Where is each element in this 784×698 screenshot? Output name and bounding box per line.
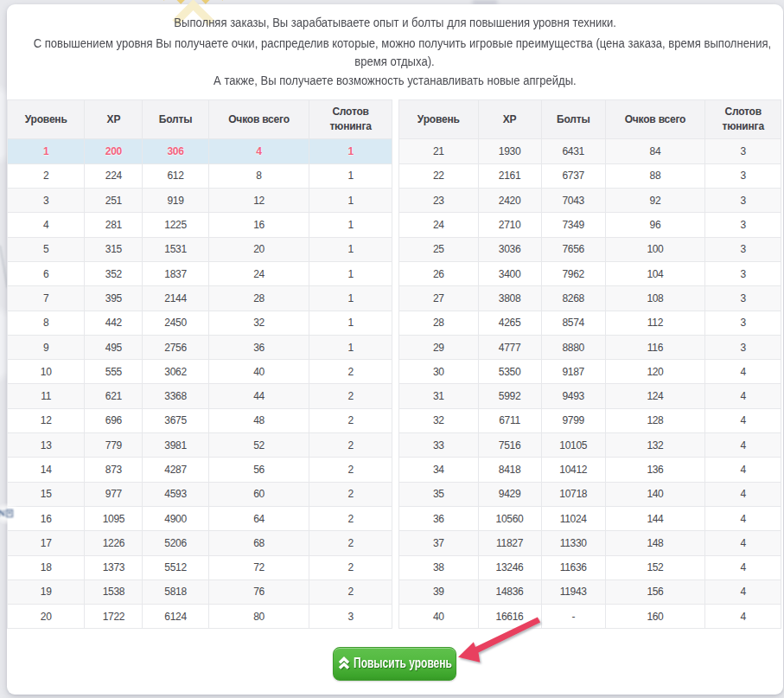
table-cell: 80 (208, 605, 309, 629)
table-cell: 779 (85, 433, 143, 458)
table-cell: 156 (605, 580, 704, 604)
table-cell: 306 (143, 139, 208, 163)
table-cell: 13 (8, 433, 85, 458)
table-cell: 25 (399, 237, 479, 261)
levels-table-21-40: УровеньXPБолтыОчков всегоСлотов тюнинга … (398, 99, 781, 629)
table-cell: 112 (605, 311, 704, 335)
table-cell: 11330 (541, 531, 605, 555)
table-cell: 3400 (478, 261, 541, 285)
table-row: 2221616737883 (399, 163, 781, 188)
table-header-row: УровеньXPБолтыОчков всегоСлотов тюнинга (399, 100, 781, 139)
table-cell: 5206 (143, 531, 208, 555)
table-row: 28426585741123 (399, 311, 781, 335)
table-cell: 1 (8, 139, 85, 163)
table-cell: 2450 (143, 311, 208, 335)
table-row: 3914836119431564 (399, 580, 781, 604)
table-cell: 4287 (143, 458, 208, 482)
table-cell: 136 (605, 458, 704, 482)
table-cell: 10 (8, 360, 85, 384)
broken-image-badge: N ✕ (0, 508, 14, 520)
table-cell: 4 (8, 213, 85, 237)
intro-line: А также, Вы получаете возможность устана… (7, 72, 783, 90)
table-cell: 4777 (478, 335, 541, 359)
table-header-row: УровеньXPБолтыОчков всегоСлотов тюнинга (8, 100, 392, 139)
table-cell: 52 (208, 433, 309, 458)
table-cell: 160 (605, 605, 704, 629)
table-cell: 4 (704, 458, 781, 482)
table-row: 63521837241 (8, 261, 392, 285)
table-cell: 124 (605, 384, 704, 408)
table-cell: 140 (605, 482, 704, 506)
table-row: 94952756361 (8, 335, 392, 359)
broken-image-icon: ✕ (6, 509, 13, 517)
table-cell: 17 (8, 531, 85, 555)
table-cell: 8268 (541, 286, 605, 311)
table-row: 3251919121 (8, 189, 392, 213)
column-header: Болты (541, 100, 605, 139)
table-cell: 120 (605, 360, 704, 384)
table-cell: 11024 (541, 506, 605, 530)
table-cell: 4 (208, 139, 309, 163)
table-cell: 12 (8, 408, 85, 432)
table-cell: 48 (208, 408, 309, 432)
table-cell: 20 (208, 237, 309, 261)
table-cell: 4 (704, 433, 781, 458)
table-cell: 8418 (478, 458, 541, 482)
intro-line: С повышением уровня Вы получаете очки, р… (7, 35, 783, 53)
table-row: 116213368442 (8, 384, 392, 408)
table-row: 27380882681083 (399, 286, 781, 311)
table-cell: 14 (8, 458, 85, 482)
table-row: 42811225161 (8, 213, 392, 237)
table-cell: 2 (8, 163, 85, 188)
table-cell: 6737 (541, 163, 605, 188)
badge-letter: N (0, 508, 5, 518)
table-cell: 1930 (478, 139, 541, 163)
table-cell: 23 (399, 189, 479, 213)
table-cell: 977 (85, 482, 143, 506)
table-cell: 1 (309, 213, 392, 237)
table-cell: 92 (605, 189, 704, 213)
table-cell: 19 (8, 580, 85, 604)
table-row: 105553062402 (8, 360, 392, 384)
levels-table-1-20: УровеньXPБолтыОчков всегоСлотов тюнинга … (7, 99, 392, 629)
table-cell: 16616 (478, 605, 541, 629)
level-up-button[interactable]: Повысить уровень (333, 647, 457, 682)
table-cell: 3 (704, 286, 781, 311)
table-cell: 4 (704, 408, 781, 432)
table-row: 73952144281 (8, 286, 392, 311)
table-cell: 36 (208, 335, 309, 359)
table-cell: 14836 (478, 580, 541, 604)
table-cell: 5512 (143, 555, 208, 580)
table-cell: 11 (8, 384, 85, 408)
table-row: 120030641 (8, 139, 392, 163)
table-cell: 96 (605, 213, 704, 237)
table-cell: 40 (208, 360, 309, 384)
table-row: 32671197991284 (399, 408, 781, 432)
table-row: 1712265206682 (8, 531, 392, 555)
table-cell: 3 (704, 163, 781, 188)
column-header: XP (85, 100, 143, 139)
table-row: 26340079621043 (399, 261, 781, 285)
table-cell: 4 (704, 531, 781, 555)
table-cell: 7516 (478, 433, 541, 458)
table-row: 3711827113301484 (399, 531, 781, 555)
table-cell: 24 (399, 213, 479, 237)
table-cell: 1722 (85, 605, 143, 629)
table-cell: 100 (605, 237, 704, 261)
table-cell: 7656 (541, 237, 605, 261)
table-cell: 8 (208, 163, 309, 188)
table-cell: 3 (8, 189, 85, 213)
table-cell: 4 (704, 555, 781, 580)
table-cell: 34 (399, 458, 479, 482)
table-row: 222461281 (8, 163, 392, 188)
table-cell: 1226 (85, 531, 143, 555)
table-cell: 9 (8, 335, 85, 359)
table-cell: 108 (605, 286, 704, 311)
table-cell: 4265 (478, 311, 541, 335)
table-row: 159774593602 (8, 482, 392, 506)
table-cell: 3036 (478, 237, 541, 261)
table-cell: 3 (309, 605, 392, 629)
table-row: 3813246116361524 (399, 555, 781, 580)
table-cell: 39 (399, 580, 479, 604)
table-cell: 13246 (478, 555, 541, 580)
